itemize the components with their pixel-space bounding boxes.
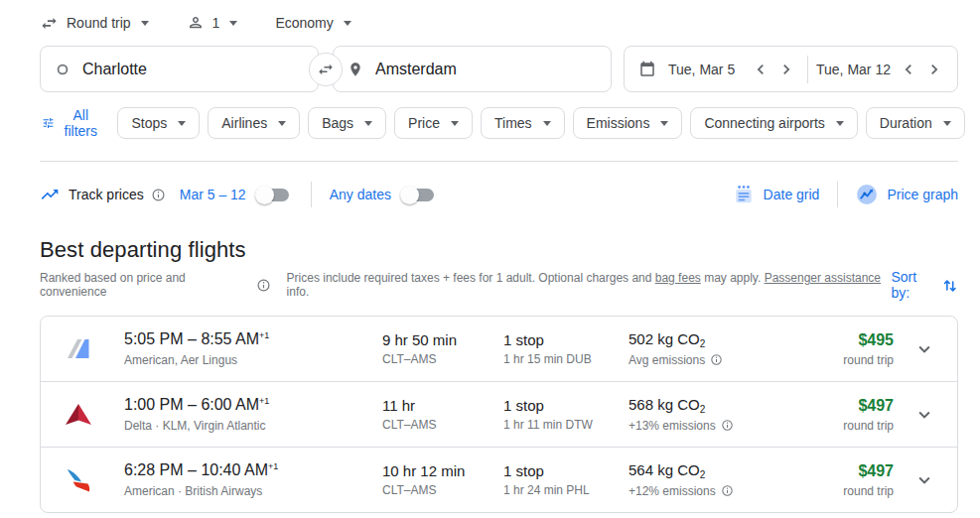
expand-flight-button[interactable]	[907, 331, 942, 367]
any-dates-toggle[interactable]	[403, 189, 434, 201]
chevron-down-icon	[229, 21, 237, 26]
flight-row-1[interactable]: 5:05 PM – 8:55 AM+1 American, Aer Lingus…	[40, 316, 958, 382]
trip-type-selector[interactable]: Round trip	[40, 14, 149, 33]
origin-input[interactable]	[82, 61, 304, 78]
chevron-down-icon	[543, 121, 551, 126]
chip-label: Emissions	[587, 115, 650, 131]
emissions-value: 502 kg CO2	[629, 330, 839, 349]
origin-field[interactable]	[40, 46, 319, 92]
info-icon[interactable]	[721, 419, 734, 432]
filter-chip-emissions[interactable]: Emissions	[573, 107, 683, 139]
dates-field[interactable]: Tue, Mar 5 Tue, Mar 12	[624, 46, 958, 92]
filter-chip-price[interactable]: Price	[394, 107, 473, 139]
cabin-class-label: Economy	[275, 15, 333, 31]
cabin-class-selector[interactable]: Economy	[275, 15, 350, 31]
chevron-down-icon	[913, 469, 935, 491]
disclaimer-text: info.	[287, 285, 310, 299]
co2-subscript: 2	[700, 338, 706, 349]
swap-airports-button[interactable]	[309, 53, 343, 86]
emissions-note: Avg emissions	[629, 353, 723, 367]
route-text: CLT–AMS	[382, 352, 503, 366]
bag-fees-link[interactable]: bag fees	[655, 271, 701, 285]
person-icon	[187, 14, 205, 32]
sort-by-button[interactable]: Sort by:	[891, 269, 958, 301]
stops-text: 1 stop	[503, 462, 629, 479]
airline-logo-cell	[61, 331, 124, 367]
location-pin-icon	[348, 61, 363, 78]
price-unit: round trip	[843, 484, 894, 498]
track-prices-toggle[interactable]	[258, 189, 289, 201]
destination-input[interactable]	[375, 61, 597, 78]
depart-date-prev-button[interactable]	[748, 57, 773, 82]
origin-circle-icon	[55, 61, 70, 78]
flight-row-3[interactable]: 6:28 PM – 10:40 AM+1 American · British …	[40, 447, 958, 513]
filter-chip-duration[interactable]: Duration	[866, 107, 965, 139]
price-value: $495	[843, 331, 894, 349]
info-icon[interactable]	[256, 278, 271, 293]
calendar-icon	[638, 61, 656, 78]
return-date-next-button[interactable]	[921, 57, 947, 82]
page-title: Best departing flights	[40, 237, 958, 263]
filter-chip-times[interactable]: Times	[481, 107, 565, 139]
ranked-note-text: Ranked based on price and convenience	[40, 271, 250, 299]
filter-chip-stops[interactable]: Stops	[117, 107, 200, 139]
destination-field[interactable]	[333, 46, 612, 92]
flight-row-2[interactable]: 1:00 PM – 6:00 AM+1 Delta · KLM, Virgin …	[40, 381, 958, 448]
passenger-selector[interactable]: 1	[187, 14, 238, 32]
chip-label: Airlines	[221, 115, 267, 131]
all-filters-label: All filters	[62, 107, 99, 139]
toggle-thumb	[400, 186, 419, 204]
airline-logo-cell	[61, 462, 124, 498]
return-date-prev-button[interactable]	[896, 57, 921, 82]
ranked-note: Ranked based on price and convenience	[40, 271, 271, 299]
times-text: 6:28 PM – 10:40 AM	[124, 462, 268, 479]
chevron-down-icon	[278, 121, 286, 126]
expand-cell	[902, 462, 947, 498]
chevron-down-icon	[943, 121, 951, 126]
stops-cell: 1 stop 1 hr 15 min DUB	[503, 331, 629, 366]
airlines-text: American, Aer Lingus	[124, 353, 382, 367]
info-icon[interactable]	[721, 484, 734, 497]
filter-chip-airlines[interactable]: Airlines	[208, 107, 300, 139]
american-airlines-logo	[61, 462, 96, 498]
info-icon[interactable]	[151, 188, 166, 202]
price-graph-button[interactable]: Price graph	[856, 184, 958, 205]
layover-text: 1 hr 15 min DUB	[503, 352, 629, 366]
track-prices-row: Track prices Mar 5 – 12 Any dates Date g…	[40, 176, 958, 213]
chevron-down-icon	[913, 338, 935, 360]
flight-times-cell: 6:28 PM – 10:40 AM+1 American · British …	[124, 461, 382, 497]
date-grid-button[interactable]: Date grid	[733, 184, 820, 205]
info-icon[interactable]	[710, 353, 723, 366]
duration-cell: 11 hr CLT–AMS	[382, 397, 503, 432]
price-cell: $497 round trip	[843, 462, 902, 498]
expand-flight-button[interactable]	[907, 397, 942, 433]
flight-times: 1:00 PM – 6:00 AM+1	[124, 396, 382, 414]
emissions-note: +12% emissions	[629, 484, 734, 498]
depart-date-next-button[interactable]	[773, 57, 799, 82]
layover-text: 1 hr 24 min PHL	[503, 483, 629, 497]
passenger-assistance-link[interactable]: Passenger assistance	[765, 271, 881, 285]
flight-times-cell: 1:00 PM – 6:00 AM+1 Delta · KLM, Virgin …	[124, 396, 382, 432]
any-dates-label[interactable]: Any dates	[330, 187, 391, 202]
return-date-value[interactable]: Tue, Mar 12	[816, 62, 896, 77]
chevron-right-icon	[776, 60, 796, 79]
emissions-text: 502 kg CO	[629, 330, 700, 347]
emissions-note-text: +12% emissions	[629, 484, 716, 498]
all-filters-button[interactable]: All filters	[40, 107, 109, 139]
filter-chip-connecting-airports[interactable]: Connecting airports	[690, 107, 857, 139]
filter-chip-bags[interactable]: Bags	[308, 107, 386, 139]
swap-horizontal-icon	[317, 61, 335, 78]
price-graph-label: Price graph	[887, 187, 958, 202]
chevron-down-icon	[836, 121, 844, 126]
price-value: $497	[843, 397, 894, 415]
chevron-down-icon	[660, 121, 668, 126]
expand-flight-button[interactable]	[907, 462, 942, 498]
route-text: CLT–AMS	[382, 418, 503, 432]
depart-date-value[interactable]: Tue, Mar 5	[668, 62, 748, 77]
duration-cell: 9 hr 50 min CLT–AMS	[382, 331, 503, 366]
tune-sliders-icon	[42, 114, 55, 132]
airlines-text: Delta · KLM, Virgin Atlantic	[124, 419, 382, 433]
track-date-range-label[interactable]: Mar 5 – 12	[180, 187, 246, 202]
chevron-down-icon	[344, 21, 351, 26]
chevron-down-icon	[178, 121, 186, 126]
